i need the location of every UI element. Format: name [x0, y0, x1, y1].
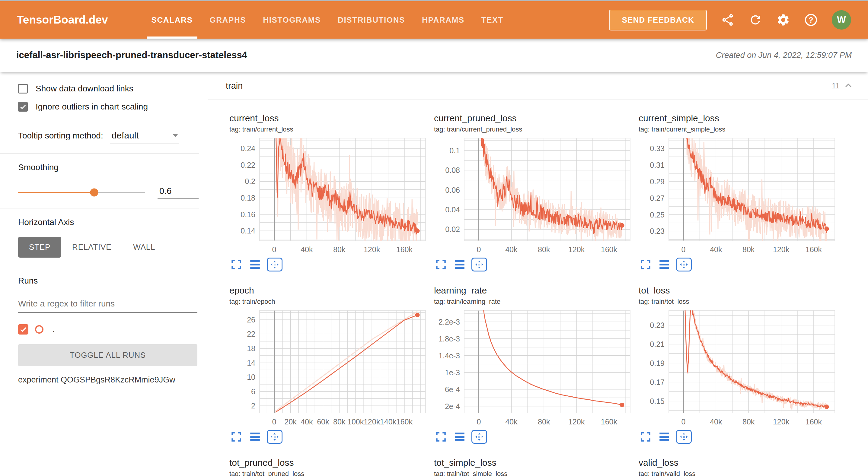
fit-domain-icon[interactable] [267, 430, 282, 444]
checkbox-unchecked-icon[interactable] [18, 84, 28, 94]
navbar-actions: SEND FEEDBACK ? W [609, 10, 851, 30]
svg-text:0: 0 [681, 245, 686, 254]
data-table-icon[interactable] [453, 258, 467, 272]
checkbox-label: Show data download links [36, 84, 133, 94]
expand-chart-icon[interactable] [229, 430, 243, 444]
tooltip-sorting-select[interactable]: default [110, 130, 179, 144]
divider [0, 208, 199, 209]
slider-thumb[interactable] [90, 188, 98, 196]
run-row[interactable]: . [18, 324, 199, 335]
send-feedback-button[interactable]: SEND FEEDBACK [609, 10, 707, 30]
svg-text:100k: 100k [347, 417, 364, 426]
svg-text:140k: 140k [380, 417, 397, 426]
runs-label: Runs [18, 276, 199, 286]
chart-plot[interactable]: 0.240.220.20.180.160.14040k80k120k160k [229, 136, 429, 257]
chart-tag: tag: train/learning_rate [434, 298, 633, 306]
svg-text:26: 26 [247, 316, 255, 324]
axis-relative-button[interactable]: RELATIVE [61, 237, 122, 258]
svg-text:0: 0 [477, 417, 481, 426]
expand-chart-icon[interactable] [229, 258, 243, 272]
checkbox-checked-icon[interactable] [18, 102, 28, 112]
fit-domain-icon[interactable] [471, 258, 487, 272]
app-logo[interactable]: TensorBoard.dev [17, 13, 108, 26]
chart-title: tot_loss [639, 285, 838, 296]
refresh-icon[interactable] [748, 13, 763, 27]
fit-domain-icon[interactable] [471, 430, 487, 444]
svg-text:0.27: 0.27 [650, 194, 664, 202]
train-group-header[interactable]: train 11 [208, 72, 868, 100]
run-checkbox-icon[interactable] [18, 324, 28, 335]
chevron-up-icon [844, 81, 853, 90]
show-download-links-checkbox-row[interactable]: Show data download links [18, 84, 199, 94]
svg-text:120k: 120k [364, 245, 380, 254]
svg-text:1.8e-3: 1.8e-3 [438, 335, 460, 343]
svg-text:120k: 120k [773, 245, 789, 254]
svg-text:0.25: 0.25 [650, 211, 664, 219]
data-table-icon[interactable] [453, 430, 467, 444]
svg-text:22: 22 [247, 330, 255, 338]
chart-plot[interactable]: 2.2e-31.8e-31.4e-31e-36e-42e-4040k80k120… [434, 309, 633, 429]
settings-icon[interactable] [776, 13, 790, 27]
expand-chart-icon[interactable] [639, 258, 652, 272]
svg-text:80k: 80k [742, 417, 755, 426]
divider [0, 153, 199, 154]
created-timestamp: Created on Jun 4, 2022, 12:59:07 PM [716, 51, 852, 60]
chart-title: current_pruned_loss [434, 113, 633, 123]
help-icon[interactable]: ? [804, 13, 818, 27]
svg-text:2.2e-3: 2.2e-3 [438, 318, 460, 326]
svg-text:80k: 80k [538, 245, 550, 254]
svg-text:2e-4: 2e-4 [445, 402, 460, 411]
axis-step-button[interactable]: STEP [18, 237, 61, 258]
chart-plot[interactable]: 0.10.080.060.040.02040k80k120k160k [434, 136, 633, 257]
data-table-icon[interactable] [248, 430, 262, 444]
chart-actions [229, 430, 429, 444]
svg-text:0.16: 0.16 [241, 210, 255, 219]
svg-text:40k: 40k [505, 417, 518, 426]
axis-wall-button[interactable]: WALL [122, 237, 166, 258]
experiment-title-bar: icefall-asr-librispeech-pruned-transduce… [0, 39, 868, 72]
share-icon[interactable] [721, 13, 735, 27]
chart-card-tot_loss: tot_loss tag: train/tot_loss 0.230.210.1… [639, 285, 838, 444]
expand-chart-icon[interactable] [434, 258, 448, 272]
expand-chart-icon[interactable] [639, 430, 652, 444]
chart-plot[interactable]: 0.230.210.190.170.15040k80k120k160k [639, 309, 838, 429]
chart-card-tot_simple_loss: tot_simple_loss tag: train/tot_simple_lo… [434, 457, 633, 476]
tab-distributions[interactable]: DISTRIBUTIONS [329, 1, 413, 39]
smoothing-slider[interactable] [18, 192, 145, 193]
run-color-swatch [35, 325, 43, 334]
smoothing-value-input[interactable]: 0.6 [158, 186, 198, 199]
ignore-outliers-checkbox-row[interactable]: Ignore outliers in chart scaling [18, 102, 199, 112]
tab-hparams[interactable]: HPARAMS [413, 1, 473, 39]
avatar[interactable]: W [832, 10, 851, 30]
svg-text:18: 18 [247, 344, 255, 353]
svg-text:0.06: 0.06 [445, 186, 460, 194]
data-table-icon[interactable] [657, 258, 671, 272]
expand-chart-icon[interactable] [434, 430, 448, 444]
runs-filter-input[interactable] [18, 298, 197, 313]
group-label: train [226, 81, 243, 91]
tooltip-sorting-label: Tooltip sorting method: [18, 131, 103, 140]
svg-text:6: 6 [251, 387, 255, 396]
smoothing-label: Smoothing [18, 163, 199, 172]
chart-plot[interactable]: 0.330.310.290.270.250.23040k80k120k160k [639, 136, 838, 257]
svg-text:0.21: 0.21 [650, 340, 664, 348]
chevron-down-icon [173, 134, 178, 137]
fit-domain-icon[interactable] [676, 258, 692, 272]
tab-text[interactable]: TEXT [473, 1, 512, 39]
svg-text:0.14: 0.14 [241, 226, 255, 235]
data-table-icon[interactable] [248, 258, 262, 272]
data-table-icon[interactable] [657, 430, 671, 444]
window-top-edge [0, 0, 868, 1]
fit-domain-icon[interactable] [676, 430, 692, 444]
svg-text:0.18: 0.18 [241, 194, 255, 202]
svg-text:160k: 160k [601, 245, 618, 254]
tab-histograms[interactable]: HISTOGRAMS [254, 1, 329, 39]
fit-domain-icon[interactable] [267, 258, 282, 272]
chart-title: tot_pruned_loss [229, 457, 429, 468]
tab-graphs[interactable]: GRAPHS [201, 1, 254, 39]
svg-text:160k: 160k [396, 417, 413, 426]
svg-text:0: 0 [477, 245, 481, 254]
tab-scalars[interactable]: SCALARS [143, 1, 201, 39]
toggle-all-runs-button[interactable]: TOGGLE ALL RUNS [18, 344, 197, 366]
chart-plot[interactable]: 262218141062020k40k60k80k100k120k140k160… [229, 309, 429, 429]
